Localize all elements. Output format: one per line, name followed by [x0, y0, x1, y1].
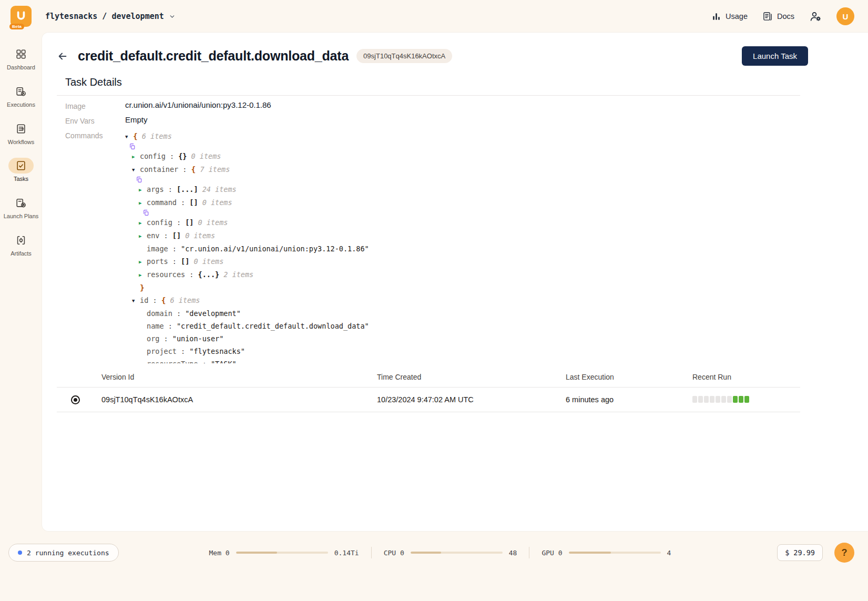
docs-button[interactable]: Docs	[762, 11, 794, 22]
user-settings-button[interactable]	[809, 10, 822, 23]
status-bar: 2 running executions Mem 0 0.14Ti CPU 0 …	[0, 531, 868, 601]
avatar[interactable]: U	[836, 7, 854, 25]
sidebar-item-artifacts[interactable]: Artifacts	[1, 232, 41, 258]
image-label: Image	[65, 100, 125, 110]
cluster-meters: Mem 0 0.14Ti CPU 0 48 GPU 0 4	[209, 547, 671, 558]
expand-icon[interactable]: ▶	[139, 256, 147, 268]
expand-icon[interactable]: ▶	[139, 197, 147, 209]
column-last-execution: Last Execution	[566, 368, 692, 388]
expand-icon[interactable]: ▶	[139, 184, 147, 196]
expand-icon[interactable]: ▶	[132, 150, 140, 163]
cpu-meter: CPU 0 48	[384, 549, 517, 557]
mem-label: Mem	[209, 549, 221, 557]
sidebar-item-launch-plans[interactable]: Launch Plans	[1, 195, 41, 220]
recent-run-cell-success[interactable]	[744, 396, 749, 403]
page-title: credit_default.credit_default.download_d…	[78, 48, 349, 64]
json-item-count: 2 items	[219, 270, 253, 279]
json-tree-line: name : "credit_default.credit_default.do…	[125, 320, 800, 332]
mem-meter: Mem 0 0.14Ti	[209, 549, 359, 557]
json-brace: {	[133, 132, 138, 140]
collapse-icon[interactable]: ▼	[132, 164, 140, 176]
cpu-meter-bar	[411, 552, 503, 554]
workflows-icon	[8, 121, 34, 137]
version-radio[interactable]	[71, 395, 80, 404]
chevron-down-icon[interactable]	[169, 13, 176, 20]
tasks-icon	[8, 158, 34, 174]
recent-run-cell-none[interactable]	[692, 396, 697, 403]
currency-symbol: $	[785, 548, 789, 557]
json-value: "development"	[185, 309, 241, 318]
cpu-label: CPU	[384, 549, 396, 557]
json-tree-line: domain : "development"	[125, 307, 800, 320]
expand-icon[interactable]: ▶	[139, 269, 147, 281]
cost-button[interactable]: $ 29.99	[777, 544, 823, 561]
recent-run-cell-none[interactable]	[727, 396, 732, 403]
version-row[interactable]: 09sjT10qTq4sK16kAOtxcA10/23/2024 9:47:02…	[57, 388, 800, 412]
task-details-heading: Task Details	[57, 76, 800, 88]
json-key: id	[140, 296, 148, 304]
recent-run-cell-none[interactable]	[721, 396, 726, 403]
sidebar-item-tasks[interactable]: Tasks	[1, 158, 41, 183]
json-brace: [...]	[177, 185, 198, 193]
json-key: env	[147, 231, 159, 240]
executions-icon	[8, 84, 34, 99]
json-tree-line: ▶config : {} 0 items	[125, 150, 800, 163]
docs-label: Docs	[777, 12, 794, 21]
recent-run-cell-none[interactable]	[698, 396, 703, 403]
json-item-count: 0 items	[187, 152, 221, 160]
gpu-max: 4	[667, 549, 671, 557]
collapse-icon[interactable]: ▼	[132, 294, 140, 307]
json-brace: {	[191, 165, 196, 174]
back-button[interactable]	[55, 49, 70, 64]
copy-icon[interactable]	[142, 209, 149, 216]
arrow-left-icon	[57, 50, 68, 62]
json-value: "credit_default.credit_default.download_…	[177, 322, 369, 330]
recent-run-cell-success[interactable]	[733, 396, 738, 403]
json-value: "flytesnacks"	[189, 347, 245, 355]
copy-icon[interactable]	[136, 176, 142, 183]
json-value: "TASK"	[211, 360, 237, 363]
recent-run-cell-none[interactable]	[704, 396, 709, 403]
launch-task-button[interactable]: Launch Task	[742, 46, 808, 66]
json-tree-line: ▶env : [] 0 items	[125, 229, 800, 242]
json-item-count: 0 items	[198, 198, 232, 207]
recent-run-cell-success[interactable]	[739, 396, 743, 403]
commands-label: Commands	[65, 130, 125, 363]
breadcrumb[interactable]: flytesnacks / development	[45, 12, 164, 21]
json-key: project	[147, 347, 177, 355]
json-tree-line: org : "union-user"	[125, 332, 800, 345]
usage-button[interactable]: Usage	[711, 12, 748, 22]
expand-icon[interactable]: ▶	[139, 230, 147, 242]
union-logo[interactable]: Beta	[11, 6, 32, 27]
sidebar-item-dashboard[interactable]: Dashboard	[1, 46, 41, 72]
running-dot-icon	[18, 551, 22, 555]
last-execution-cell: 6 minutes ago	[566, 388, 692, 412]
cost-amount: 29.99	[793, 548, 815, 557]
recent-run-cell-none[interactable]	[716, 396, 720, 403]
recent-run-cell-none[interactable]	[710, 396, 714, 403]
json-key: args	[147, 185, 164, 193]
json-tree-line: image : "cr.union.ai/v1/unionai/union:py…	[125, 242, 800, 255]
user-gear-icon	[809, 10, 822, 23]
main-content: credit_default.credit_default.download_d…	[42, 33, 868, 531]
json-key: name	[147, 322, 164, 330]
sidebar-item-executions[interactable]: Executions	[1, 84, 41, 109]
json-tree-line: resourceType : "TASK"	[125, 358, 800, 363]
help-button[interactable]: ?	[834, 543, 854, 563]
usage-label: Usage	[726, 12, 748, 21]
mem-meter-bar	[236, 552, 328, 554]
copy-icon[interactable]	[129, 143, 136, 150]
sidebar-label-executions: Executions	[7, 101, 35, 109]
json-key: config	[147, 218, 172, 227]
running-executions-pill[interactable]: 2 running executions	[8, 544, 119, 562]
json-brace: []	[172, 231, 181, 240]
expand-icon[interactable]: ▶	[139, 217, 147, 229]
sidebar-item-workflows[interactable]: Workflows	[1, 121, 41, 146]
collapse-icon[interactable]: ▼	[125, 130, 133, 143]
json-item-count: 0 items	[189, 257, 223, 266]
cpu-value: 0	[400, 549, 404, 557]
env-vars-value: Empty	[125, 115, 148, 125]
json-tree-line: ▼container : { 7 items	[125, 163, 800, 183]
gpu-meter: GPU 0 4	[542, 549, 671, 557]
versions-table: Version Id Time Created Last Execution R…	[57, 368, 800, 412]
